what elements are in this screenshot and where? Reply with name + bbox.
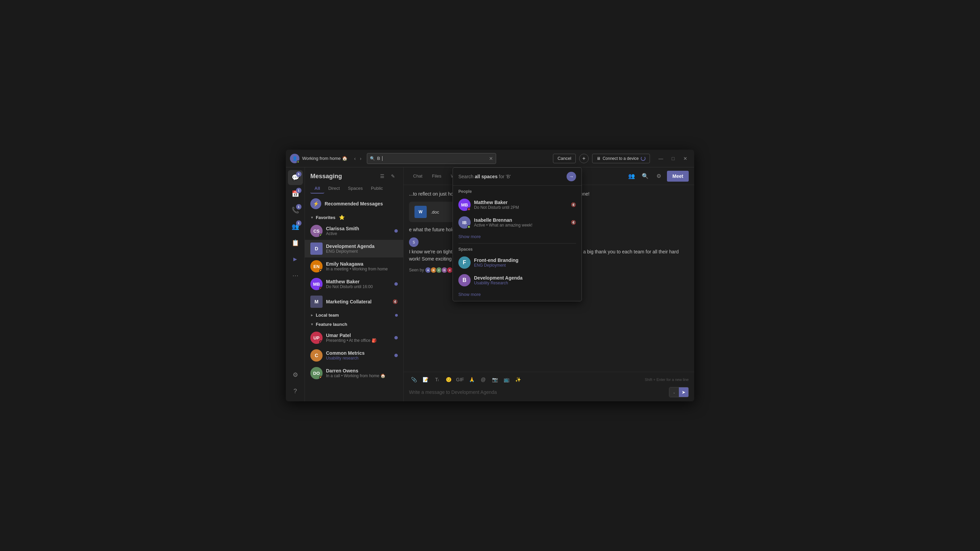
send-dropdown-button[interactable]: ⌄ [669, 387, 679, 397]
rail-item-activity[interactable]: ► [288, 252, 303, 267]
add-button[interactable]: + [579, 154, 589, 163]
sidebar-filter-button[interactable]: ☰ [377, 171, 387, 181]
input-hint: Shift + Enter for a new line [645, 378, 689, 382]
contact-item-marketing[interactable]: M Marketing Collateral 🔇 [305, 293, 403, 311]
dropdown-matthew-info: Matthew Baker Do Not Disturb until 2PM [474, 200, 568, 210]
rail-item-chat[interactable]: 💬 5 [288, 170, 303, 185]
matthew-unread-dot [395, 282, 398, 286]
dropdown-person-matthew[interactable]: MB Matthew Baker Do Not Disturb until 2P… [453, 196, 582, 214]
title-bar: 👤 Working from home 🏠 ‹ › 🔍 B ✕ Cancel +… [286, 150, 694, 167]
sidebar: Messaging ☰ ✎ All Direct Spaces Public ⚡… [305, 167, 404, 401]
tab-all[interactable]: All [310, 184, 324, 194]
dropdown-space-frontend[interactable]: F Front-end Branding ENG Deployment [453, 254, 582, 272]
common-metrics-avatar: C [310, 349, 323, 362]
screenshare-button[interactable]: 📺 [501, 375, 511, 384]
umar-name: Umar Patel [326, 333, 391, 338]
search-cursor [382, 156, 382, 161]
contact-item-darren[interactable]: DO Darren Owens In a call • Working from… [305, 364, 403, 382]
rail-item-people[interactable]: 👥 1 [288, 219, 303, 234]
search-bar-container: 🔍 B ✕ [367, 153, 549, 164]
search-go-button[interactable]: → [566, 172, 576, 181]
user-avatar[interactable]: 👤 [290, 154, 299, 163]
contact-item-common-metrics[interactable]: C Common Metrics Usability research [305, 346, 403, 364]
tab-public[interactable]: Public [367, 184, 387, 194]
mute-icon: 🔇 [393, 299, 398, 304]
tab-spaces[interactable]: Spaces [344, 184, 367, 194]
rail-item-calendar[interactable]: 📅 1 [288, 186, 303, 202]
matthew-status: Do Not Disturb until 16:00 [326, 284, 391, 289]
calls-badge: 1 [296, 204, 301, 210]
umar-status: Presenting • At the office 🎒 [326, 338, 391, 343]
search-bar[interactable]: 🔍 B ✕ [367, 153, 496, 164]
sidebar-compose-button[interactable]: ✎ [388, 171, 398, 181]
matthew-name: Matthew Baker [326, 279, 391, 284]
search-clear-button[interactable]: ✕ [489, 156, 493, 161]
search-chat-button[interactable]: 🔍 [640, 171, 651, 182]
umar-avatar: UP [310, 332, 323, 344]
sidebar-title: Messaging [310, 173, 342, 180]
filter-tabs: All Direct Spaces Public [305, 184, 403, 194]
rail-item-notes[interactable]: 📋 [288, 235, 303, 250]
rail-item-settings[interactable]: ⚙ [288, 367, 303, 382]
connect-device-button[interactable]: 🖥 Connect to a device [592, 154, 650, 163]
rail-item-calls[interactable]: 📞 1 [288, 203, 303, 218]
contact-item-matthew[interactable]: MB Matthew Baker Do Not Disturb until 16… [305, 275, 403, 293]
search-all-spaces-option[interactable]: Search all spaces for 'B' → [453, 168, 582, 186]
tab-direct[interactable]: Direct [324, 184, 344, 194]
calendar-badge: 1 [296, 188, 301, 193]
dropdown-isabelle-mute-icon: 🔇 [571, 220, 576, 225]
settings-button[interactable]: ⚙ [653, 171, 664, 182]
magic-button[interactable]: ✨ [513, 375, 523, 384]
cancel-button[interactable]: Cancel [553, 154, 576, 163]
emily-avatar: EN [310, 260, 323, 272]
title-bar-left: 👤 Working from home 🏠 ‹ › [290, 154, 363, 163]
umar-status-dot [319, 340, 323, 344]
format-text-button[interactable]: 📝 [421, 375, 430, 384]
spaces-section-title: Spaces [453, 243, 582, 254]
dropdown-space-devagenda[interactable]: B Development Agenda Usability Research [453, 272, 582, 289]
mention-button[interactable]: @ [479, 375, 488, 384]
message-input-placeholder[interactable]: Write a message to Development Agenda [409, 389, 666, 395]
matthew-status-dot [319, 287, 323, 290]
recommended-messages-item[interactable]: ⚡ Recommended Messages [305, 195, 403, 213]
frontend-space-info: Front-end Branding ENG Deployment [474, 257, 576, 268]
chat-tab-chat[interactable]: Chat [409, 171, 426, 181]
emoji-button[interactable]: 🙂 [444, 375, 453, 384]
dropdown-isabelle-status [467, 225, 471, 229]
feature-launch-section-header[interactable]: ▼ Feature launch [305, 320, 403, 329]
text-size-button[interactable]: Tₗ [432, 375, 442, 384]
back-arrow[interactable]: ‹ [353, 154, 357, 163]
favorites-section-header[interactable]: ▼ Favorites ⭐ [305, 213, 403, 222]
search-all-spaces-text: Search all spaces for 'B' [458, 174, 511, 179]
dropdown-isabelle-info: Isabelle Brennan Active • What an amazin… [474, 218, 568, 227]
favorites-chevron: ▼ [310, 216, 314, 219]
local-team-section-header[interactable]: ► Local team [305, 311, 403, 320]
rail-item-more[interactable]: ⋯ [288, 268, 303, 283]
sticker-button[interactable]: 🙏 [467, 375, 476, 384]
maximize-button[interactable]: □ [668, 154, 678, 163]
show-more-spaces-link[interactable]: Show more [453, 289, 582, 301]
chat-tab-files[interactable]: Files [428, 171, 445, 181]
contact-item-emily[interactable]: EN Emily Nakagawa In a meeting • Working… [305, 257, 403, 275]
frontend-space-sub: ENG Deployment [474, 263, 576, 268]
darren-status: In a call • Working from home 🏠 [326, 373, 398, 378]
contact-item-dev-agenda[interactable]: D Development Agenda ENG Deployment [305, 240, 403, 257]
rail-item-help[interactable]: ? [288, 384, 303, 399]
forward-arrow[interactable]: › [358, 154, 363, 163]
devagenda-space-avatar: B [458, 274, 471, 286]
attach-button[interactable]: 📎 [409, 375, 418, 384]
minimize-button[interactable]: — [656, 154, 666, 163]
image-button[interactable]: 📷 [490, 375, 500, 384]
gif-button[interactable]: GIF [455, 375, 465, 384]
search-dropdown: Search all spaces for 'B' → People MB Ma… [453, 167, 582, 301]
contact-item-clarissa[interactable]: CS Clarissa Smith Active [305, 222, 403, 240]
meet-button[interactable]: Meet [667, 171, 689, 182]
close-button[interactable]: ✕ [681, 154, 690, 163]
dropdown-person-isabelle[interactable]: IB Isabelle Brennan Active • What an ama… [453, 214, 582, 231]
contact-item-umar[interactable]: UP Umar Patel Presenting • At the office… [305, 329, 403, 346]
send-button[interactable]: ➤ [679, 387, 688, 397]
emily-name: Emily Nakagawa [326, 261, 398, 267]
participants-button[interactable]: 👥 [626, 171, 637, 182]
show-more-people-link[interactable]: Show more [453, 231, 582, 243]
send-button-group: ⌄ ➤ [669, 387, 689, 397]
